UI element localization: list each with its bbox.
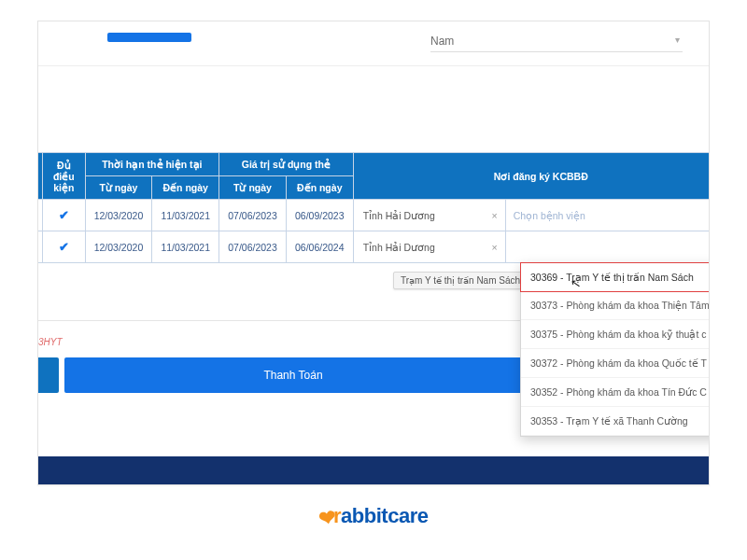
table-row: ) ✔ 12/03/2020 11/03/2021 07/06/2023 06/… [37, 231, 710, 263]
logo-text-rest: abbitcare [341, 504, 428, 527]
gender-select-value[interactable]: Nam [430, 35, 454, 48]
gender-select-underline [430, 51, 683, 52]
dropdown-option[interactable]: 30373 - Phòng khám đa khoa Thiện Tâm [521, 291, 710, 320]
check-icon: ✔ [42, 200, 85, 231]
col-to: Đến ngày [286, 176, 353, 200]
hospital-dropdown[interactable]: 30369 - Trạm Y tế thị trấn Nam Sách 3037… [520, 262, 710, 437]
col-from: Từ ngày [219, 176, 287, 200]
cell-date: 11/03/2021 [152, 200, 219, 231]
redacted-field [107, 33, 191, 42]
col-to: Đến ngày [152, 176, 219, 200]
dropdown-option[interactable]: 30372 - Phòng khám đa khoa Quốc tế T [521, 349, 710, 378]
footer-bar [38, 456, 709, 484]
col-eligible: Đủ điều kiện [42, 153, 85, 200]
col-group-current: Thời hạn thẻ hiện tại [85, 153, 219, 176]
pay-button[interactable]: Thanh Toán [64, 357, 522, 393]
cursor-icon: ↖ [570, 275, 582, 291]
province-select[interactable]: Tỉnh Hải Dương × [353, 200, 505, 231]
clear-icon[interactable]: × [492, 242, 498, 253]
cell-date: 07/06/2023 [219, 231, 287, 263]
cell-date: 07/06/2023 [219, 200, 287, 231]
cell-date: 11/03/2021 [152, 231, 219, 263]
dropdown-option[interactable]: 30352 - Phòng khám đa khoa Tín Đức C [521, 378, 710, 407]
col-group-use: Giá trị sử dụng thẻ [219, 153, 354, 176]
hospital-select[interactable]: Chọn bệnh viện [505, 200, 710, 231]
cell-date: 12/03/2020 [85, 231, 152, 263]
province-value: Tỉnh Hải Dương [363, 210, 435, 221]
clear-icon[interactable]: × [492, 210, 498, 221]
cell-date: 12/03/2020 [85, 200, 152, 231]
province-value: Tỉnh Hải Dương [363, 242, 435, 253]
table-row: 3 ✔ 12/03/2020 11/03/2021 07/06/2023 06/… [37, 200, 710, 231]
dropdown-option[interactable]: 30375 - Phòng khám đa khoa kỹ thuật c [521, 320, 710, 349]
divider [37, 320, 522, 321]
dropdown-option[interactable]: 30369 - Trạm Y tế thị trấn Nam Sách [520, 262, 710, 292]
heart-icon: ❤ [317, 506, 337, 533]
dropdown-option[interactable]: 30353 - Trạm Y tế xã Thanh Cường [521, 407, 710, 436]
province-select[interactable]: Tỉnh Hải Dương × [353, 231, 505, 263]
footer-small-box[interactable] [37, 357, 59, 393]
brand-logo: ❤rabbitcare [0, 504, 747, 528]
check-icon: ✔ [42, 231, 85, 263]
cell-date: 06/06/2024 [286, 231, 353, 263]
cell-date: 06/09/2023 [286, 200, 353, 231]
col-from: Từ ngày [85, 176, 152, 200]
insurance-table: Đủ điều kiện Thời hạn thẻ hiện tại Giá t… [37, 152, 710, 263]
hospital-select[interactable] [505, 231, 710, 263]
chevron-down-icon[interactable]: ▾ [675, 35, 680, 45]
col-kcbbd: Nơi đăng ký KCBBĐ [353, 153, 710, 200]
error-text: 3HYT [38, 337, 63, 347]
tooltip: Trạm Y tế thị trấn Nam Sách [393, 272, 528, 289]
